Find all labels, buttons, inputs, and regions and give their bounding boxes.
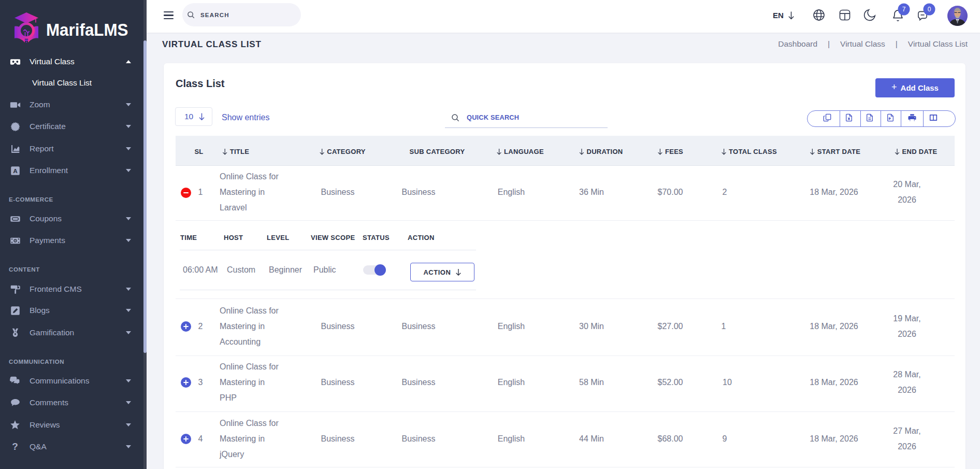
svg-text:A: A [13,167,18,174]
